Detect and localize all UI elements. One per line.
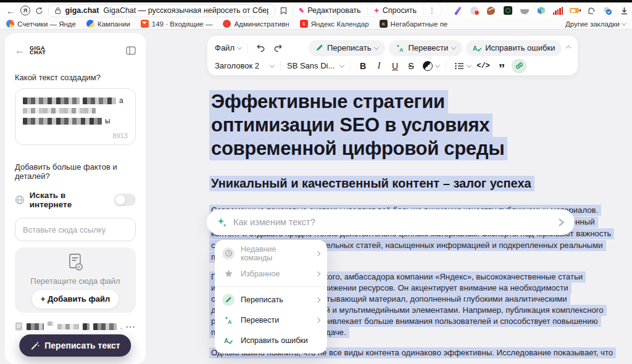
collapse-panel-icon[interactable] [126, 46, 136, 55]
blockquote-button[interactable]: ” [496, 60, 508, 72]
spellcheck-icon: A [473, 44, 481, 52]
add-file-button[interactable]: + Добавить файл [32, 290, 119, 308]
document-heading[interactable]: Эффективные стратегии оптимизации SEO в … [211, 90, 507, 160]
redacted-text [48, 321, 53, 326]
chevron-right-icon [315, 297, 320, 302]
link-input[interactable] [15, 218, 136, 241]
file-dropzone[interactable]: Перетащите сюда файл + Добавить файл [15, 247, 136, 313]
send-icon[interactable] [551, 212, 572, 233]
file-menu[interactable]: Файл [215, 43, 241, 52]
yandex-icon[interactable]: Я [20, 4, 30, 17]
download-icon[interactable] [620, 6, 630, 15]
bowl-extension-icon[interactable] [520, 6, 530, 15]
bookmark-campaigns[interactable]: Кампании [86, 20, 130, 28]
pencil-extension-icon[interactable] [486, 6, 496, 15]
menu-item-rewrite[interactable]: Переписать [215, 289, 327, 310]
translate-icon: A [396, 44, 404, 52]
pen-icon [222, 294, 235, 306]
svg-text:A: A [224, 337, 228, 344]
bars-extension-icon[interactable] [553, 6, 563, 15]
bookmark-oversized[interactable]: a Негабаритные пе [380, 20, 448, 28]
redo-icon[interactable] [272, 41, 285, 55]
divider [350, 61, 351, 71]
battery-extension-icon[interactable] [570, 6, 580, 15]
avito-favicon: a [380, 20, 388, 28]
rewrite-text-button[interactable]: Переписать текст [19, 334, 131, 357]
bookmark-calendar[interactable]: 1 Яндекс Календар [300, 20, 369, 28]
refresh-icon[interactable] [35, 4, 43, 17]
svg-text:A: A [228, 318, 232, 325]
attached-file-row[interactable]: . ··· [15, 321, 136, 331]
sidebar: ← GIGACHAT Какой текст создадим? а [5, 33, 146, 364]
svg-text:A: A [399, 46, 404, 52]
url-text: giga.chat [65, 6, 99, 15]
italic-button[interactable]: I [373, 61, 385, 71]
globe-icon [15, 195, 25, 205]
collapse-toolbar-icon[interactable] [566, 45, 571, 50]
admin-favicon [223, 20, 231, 28]
ai-assistant-group: ✎ Редактировать ✦ Спросить ⋮ [292, 4, 442, 17]
green-extension-icon[interactable] [503, 6, 513, 15]
document-subheading[interactable]: Уникальный и качественный контент – зало… [211, 176, 534, 191]
other-bookmarks-button[interactable]: Другие закладки [565, 20, 626, 28]
redacted-text [27, 323, 44, 330]
font-select[interactable]: SB Sans Di... [287, 61, 344, 70]
address-bar[interactable]: giga.chat GigaChat — русскоязычная нейро… [48, 4, 275, 17]
paragraph-style-select[interactable]: Заголовок 2 [215, 61, 274, 70]
code-button[interactable]: </> [475, 62, 492, 70]
menu-item-fix-errors[interactable]: A Исправить ошибки [215, 330, 327, 350]
bookmark-admin[interactable]: Административн [223, 20, 289, 28]
rewrite-pill-button[interactable]: Переписать [309, 40, 386, 56]
prompt-input[interactable] [233, 217, 544, 227]
divider [215, 286, 327, 287]
undo-icon[interactable] [254, 41, 268, 55]
bullet-list-button[interactable] [452, 59, 466, 73]
chevron-right-icon [315, 250, 320, 255]
bookmark-metrika[interactable]: Счетчики — Янде [6, 20, 76, 28]
edit-ai-button[interactable]: ✎ Редактировать [293, 6, 367, 15]
file-name-suffix: . [120, 323, 122, 330]
chevron-down-icon [622, 20, 626, 25]
chevron-right-icon [315, 317, 320, 322]
ask-ai-button[interactable]: ✦ Спросить [368, 6, 423, 15]
translate-pill-button[interactable]: A Перевести [389, 40, 462, 56]
fix-errors-pill-button[interactable]: A Исправить ошибки [466, 40, 562, 56]
text-color-button[interactable] [421, 59, 434, 73]
char-counter: 8913 [113, 132, 128, 139]
edit-ai-icon: ✎ [299, 7, 304, 15]
strikethrough-button[interactable]: S [405, 61, 417, 71]
menu-item-recent-commands[interactable]: Недавние команды [215, 243, 327, 263]
clock-icon [222, 247, 235, 260]
cube-extension-icon[interactable] [536, 6, 546, 15]
link-button[interactable] [512, 59, 526, 73]
menu-item-translate[interactable]: A Перевести [215, 310, 327, 330]
sync-extension-icon[interactable] [603, 6, 613, 15]
prompt-label: Какой текст создадим? [15, 73, 136, 82]
web-search-toggle[interactable] [114, 194, 136, 206]
redacted-text [23, 108, 128, 114]
mitten-extension-icon[interactable] [586, 6, 596, 15]
back-icon[interactable]: ← [15, 45, 30, 56]
web-search-label: Искать в интернете [30, 191, 109, 209]
bookmark-flag-icon[interactable] [280, 4, 287, 17]
gigachat-page: ← GIGACHAT Какой текст создадим? а [0, 30, 632, 364]
metrika-favicon [6, 20, 14, 28]
extensions-row [453, 6, 630, 15]
bookmark-inbox[interactable]: 149 · Входящие — [141, 20, 213, 28]
chevron-down-icon [467, 62, 472, 67]
back-icon[interactable]: ← [6, 4, 15, 17]
underline-button[interactable]: U [389, 61, 401, 71]
chevron-down-icon [270, 62, 275, 67]
menu-dots-icon[interactable]: ⋮ [423, 6, 441, 15]
translate-icon: A [222, 314, 235, 326]
prompt-textarea[interactable]: а ы 8913 [15, 88, 136, 145]
pen-icon [315, 44, 323, 52]
sparkle-icon [217, 217, 227, 228]
divider [446, 61, 446, 71]
dropzone-label: Перетащите сюда файл [30, 276, 120, 286]
file-options-icon[interactable]: ··· [126, 322, 136, 331]
menu-item-favorites[interactable]: Избранное [215, 263, 327, 284]
bold-button[interactable]: B [357, 61, 369, 71]
pen-extension-icon[interactable] [453, 6, 463, 15]
shield-extension-icon[interactable] [470, 6, 480, 15]
